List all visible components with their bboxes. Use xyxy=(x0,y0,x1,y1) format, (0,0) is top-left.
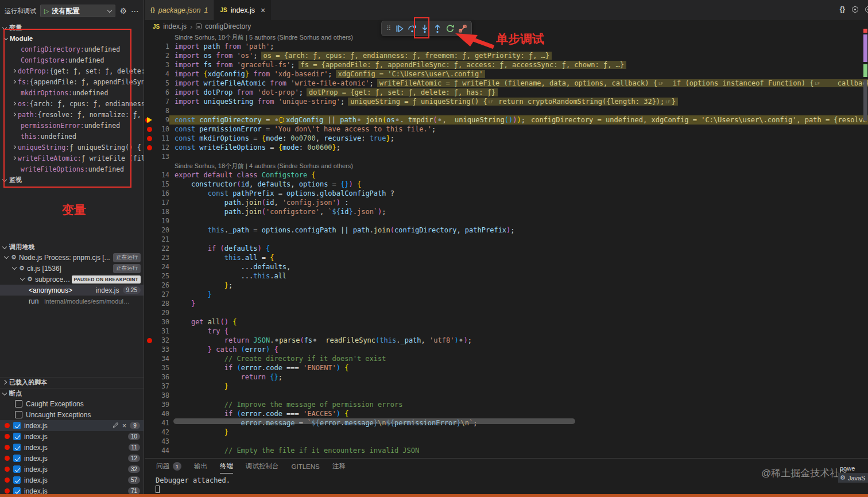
gutter-breakpoint-zone[interactable] xyxy=(145,79,154,88)
terminal-session[interactable]: ⚙JavaS xyxy=(838,473,868,483)
gutter-breakpoint-zone[interactable] xyxy=(145,409,154,418)
gutter-breakpoint-zone[interactable] xyxy=(145,115,154,125)
gutter-breakpoint-zone[interactable] xyxy=(145,189,154,198)
breakpoint-row[interactable]: index.js32 xyxy=(0,464,144,475)
gutter-breakpoint-zone[interactable] xyxy=(145,345,154,354)
gutter-breakpoint-zone[interactable] xyxy=(145,391,154,400)
gutter-breakpoint-zone[interactable] xyxy=(145,382,154,391)
terminal-cursor[interactable] xyxy=(156,486,160,493)
gutter-breakpoint-zone[interactable] xyxy=(145,290,154,299)
inline-breakpoint-dot[interactable]: ● xyxy=(439,117,441,122)
breadcrumb-symbol[interactable]: configDirectory xyxy=(205,22,251,30)
gutter-breakpoint-zone[interactable] xyxy=(145,363,154,372)
checkbox-checked[interactable] xyxy=(13,433,21,440)
checkbox-checked[interactable] xyxy=(13,444,21,451)
gutter-breakpoint-zone[interactable] xyxy=(145,216,154,226)
gutter-breakpoint-zone[interactable] xyxy=(145,42,154,51)
exception-breakpoint-row[interactable]: Caught Exceptions xyxy=(0,398,144,409)
breakpoint-row[interactable]: index.js11 xyxy=(0,442,144,453)
gutter-breakpoint-zone[interactable] xyxy=(145,437,154,446)
gutter-breakpoint-zone[interactable] xyxy=(145,372,154,382)
checkbox-checked[interactable] xyxy=(13,476,21,484)
breakpoint-row[interactable]: index.js57 xyxy=(0,475,144,486)
breakpoint-icon[interactable] xyxy=(147,145,152,150)
breakpoint-icon[interactable] xyxy=(5,456,10,461)
gutter-breakpoint-zone[interactable] xyxy=(145,170,154,180)
variable-row[interactable]: configDirectory: undefined xyxy=(0,44,144,55)
breakpoint-icon[interactable] xyxy=(5,467,10,472)
variables-section-header[interactable]: 变量 xyxy=(0,22,144,33)
gutter-breakpoint-zone[interactable] xyxy=(145,281,154,290)
gutter-breakpoint-zone[interactable] xyxy=(145,51,154,60)
variable-row[interactable]: fs: {appendFile: ƒ, appendFileSyn… xyxy=(0,76,144,87)
gutter-breakpoint-zone[interactable] xyxy=(145,88,154,97)
breakpoint-icon[interactable] xyxy=(5,488,10,494)
panel-tab[interactable]: GITLENS xyxy=(292,463,320,473)
gutter-breakpoint-zone[interactable] xyxy=(145,446,154,455)
continue-button[interactable] xyxy=(393,22,405,35)
start-debug-icon[interactable]: ▷ xyxy=(44,7,49,15)
gitlens-blame-icon[interactable] xyxy=(852,6,858,13)
tab-index-js[interactable]: JS index.js × xyxy=(214,0,272,20)
drag-handle-icon[interactable]: ⠿ xyxy=(385,25,393,32)
close-icon[interactable]: × xyxy=(261,6,265,15)
gutter-breakpoint-zone[interactable] xyxy=(145,226,154,235)
tab-package-json[interactable]: {} package.json 1 xyxy=(145,0,214,20)
gutter-breakpoint-zone[interactable] xyxy=(145,317,154,327)
checkbox-checked[interactable] xyxy=(13,422,21,429)
gear-icon[interactable]: ⚙ xyxy=(119,6,127,15)
breakpoint-icon[interactable] xyxy=(5,445,10,450)
code-editor[interactable]: Sindre Sorhus, 18个月前 | 5 authors (Sindre… xyxy=(145,33,868,497)
variable-row[interactable]: writeFileOptions: undefined xyxy=(0,164,144,174)
callstack-frame[interactable]: ⚙subprocess....PAUSED ON BREAKPOINT xyxy=(0,274,144,285)
checkbox-checked[interactable] xyxy=(13,465,21,473)
variables-scope-row[interactable]: Module xyxy=(0,33,144,44)
gutter-breakpoint-zone[interactable] xyxy=(145,60,154,69)
restart-button[interactable] xyxy=(444,22,456,35)
gutter-breakpoint-zone[interactable] xyxy=(145,207,154,216)
breadcrumb-file[interactable]: index.js xyxy=(163,22,187,30)
overview-ruler[interactable] xyxy=(863,0,867,497)
checkbox-unchecked[interactable] xyxy=(15,411,22,418)
gutter-breakpoint-zone[interactable] xyxy=(145,354,154,363)
gutter-breakpoint-zone[interactable] xyxy=(145,97,154,106)
panel-tab[interactable]: 调试控制台 xyxy=(246,462,279,473)
inline-step-target-icon[interactable] xyxy=(280,117,284,123)
callstack-frame[interactable]: runinternal/modules/esm/modul… xyxy=(0,296,144,306)
step-out-button[interactable] xyxy=(431,22,443,35)
disconnect-button[interactable] xyxy=(456,22,468,35)
inline-breakpoint-dot[interactable]: ● xyxy=(275,337,278,343)
gutter-breakpoint-zone[interactable] xyxy=(145,125,154,134)
gutter-breakpoint-zone[interactable] xyxy=(145,308,154,317)
remove-icon[interactable]: × xyxy=(122,422,126,430)
gutter-breakpoint-zone[interactable] xyxy=(145,428,154,437)
gutter-breakpoint-zone[interactable] xyxy=(145,69,154,79)
panel-tab[interactable]: 终端 xyxy=(220,462,233,473)
callstack-section-header[interactable]: 调用堆栈 xyxy=(0,242,144,252)
gutter-breakpoint-zone[interactable] xyxy=(145,262,154,271)
more-actions-icon[interactable]: ⋯ xyxy=(131,6,139,15)
inline-breakpoint-dot[interactable]: ● xyxy=(358,117,361,122)
breakpoint-icon[interactable] xyxy=(5,477,10,483)
checkbox-unchecked[interactable] xyxy=(15,400,22,407)
loaded-scripts-section-header[interactable]: 已载入的脚本 xyxy=(0,377,144,387)
step-over-button[interactable] xyxy=(406,22,418,35)
breakpoint-row[interactable]: index.js×9 xyxy=(0,420,144,431)
breakpoint-icon[interactable] xyxy=(147,127,152,132)
callstack-frame[interactable]: ⚙Node.js Process: pnpm.cjs [...正在运行 xyxy=(0,252,144,263)
callstack-frame[interactable]: ⚙cli.js [1536]正在运行 xyxy=(0,263,144,274)
gutter-breakpoint-zone[interactable] xyxy=(145,244,154,253)
variable-row[interactable]: permissionError: undefined xyxy=(0,120,144,131)
gutter-breakpoint-zone[interactable] xyxy=(145,235,154,244)
watch-section-header[interactable]: 监视 xyxy=(0,174,144,185)
variable-row[interactable]: Configstore: undefined xyxy=(0,55,144,65)
panel-tab[interactable]: 输出 xyxy=(194,462,207,473)
gutter-breakpoint-zone[interactable] xyxy=(145,134,154,143)
callstack-frame[interactable]: <anonymous>index.js9:25 xyxy=(0,285,144,296)
breakpoint-icon[interactable] xyxy=(5,423,10,428)
variable-row[interactable]: writeFileAtomic: ƒ writeFile (fil… xyxy=(0,153,144,164)
terminal-session[interactable]: powe xyxy=(838,463,868,473)
breadcrumb[interactable]: JS index.js › configDirectory xyxy=(145,20,868,33)
breakpoint-icon[interactable] xyxy=(147,136,152,141)
gutter-breakpoint-zone[interactable] xyxy=(145,106,154,115)
